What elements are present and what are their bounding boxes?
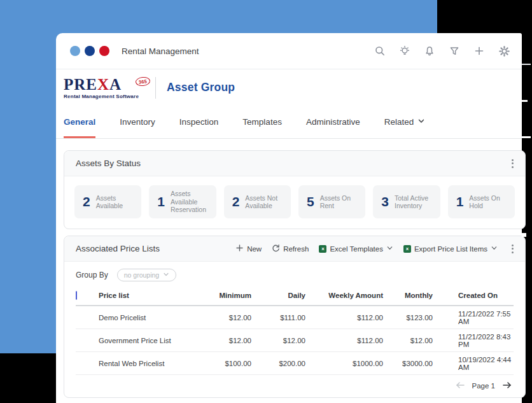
page-indicator: Page 1 — [472, 382, 495, 390]
excel-icon: x — [319, 245, 326, 253]
page-title: Asset Group — [167, 81, 235, 94]
assets-by-status-title: Assets By Status — [76, 159, 141, 168]
tab-inventory[interactable]: Inventory — [120, 106, 155, 138]
title-divider — [155, 77, 156, 99]
tab-templates[interactable]: Templates — [242, 106, 282, 138]
tile-assets-available[interactable]: 2Assets Available — [74, 185, 141, 218]
logo-tagline: Rental Management Software — [64, 94, 149, 99]
back-sheet-edge — [522, 64, 531, 65]
window-control-dot-red[interactable] — [99, 46, 109, 56]
excel-templates-button[interactable]: x Excel Templates — [319, 244, 393, 253]
price-lists-card: Associated Price Lists New Refresh x Exc… — [64, 236, 526, 398]
column-header-minimum[interactable]: Minimum — [200, 292, 251, 299]
tile-total-active-inventory[interactable]: 3Total Active Inventory — [373, 185, 440, 218]
tab-related[interactable]: Related — [384, 106, 426, 138]
settings-icon[interactable] — [498, 45, 510, 57]
app-window: Rental Management PREXA 365 Rental Manag… — [56, 33, 522, 403]
price-lists-table: Price list Minimum Daily Weekly Amount M… — [76, 286, 514, 375]
select-all-checkbox[interactable] — [76, 291, 77, 300]
add-icon[interactable] — [473, 45, 485, 57]
tile-assets-on-rent[interactable]: 5Assets On Rent — [298, 185, 365, 218]
previous-page-icon[interactable] — [455, 381, 465, 390]
refresh-icon — [272, 244, 280, 253]
group-by-row: Group By no grouping — [64, 262, 525, 285]
table-row[interactable]: Demo Pricelist $12.00 $111.00 $112.00 $1… — [76, 306, 514, 329]
chevron-down-icon — [417, 117, 425, 127]
column-header-created-on[interactable]: Created On — [433, 292, 514, 299]
window-control-dot-navy[interactable] — [85, 46, 95, 56]
tab-general[interactable]: General — [64, 106, 95, 138]
brand-bar: PREXA 365 Rental Management Software Ass… — [56, 69, 522, 106]
status-tiles: 2Assets Available 1Assets Available Rese… — [64, 176, 525, 227]
excel-icon: x — [403, 245, 411, 253]
assets-by-status-header: Assets By Status — [64, 151, 525, 176]
card-menu-icon[interactable] — [509, 157, 516, 171]
back-sheet-edge — [522, 233, 526, 237]
column-header-monthly[interactable]: Monthly — [383, 292, 433, 299]
tab-inspection[interactable]: Inspection — [179, 106, 219, 138]
group-by-label: Group By — [76, 271, 108, 279]
window-titlebar: Rental Management — [56, 33, 522, 69]
chevron-down-icon — [386, 244, 393, 253]
prexa-logo[interactable]: PREXA 365 Rental Management Software — [64, 76, 149, 99]
refresh-button[interactable]: Refresh — [272, 244, 309, 253]
chevron-down-icon — [491, 244, 498, 253]
tile-assets-on-hold[interactable]: 1Assets On Hold — [448, 185, 515, 218]
next-page-icon[interactable] — [502, 381, 512, 390]
window-title: Rental Management — [122, 46, 199, 56]
table-row[interactable]: Rental Web Pricelist $100.00 $200.00 $10… — [76, 352, 514, 375]
assets-by-status-card: Assets By Status 2Assets Available 1Asse… — [64, 150, 526, 229]
tab-bar: General Inventory Inspection Templates A… — [56, 106, 522, 139]
chevron-down-icon — [163, 271, 169, 279]
table-header-row: Price list Minimum Daily Weekly Amount M… — [76, 286, 514, 306]
price-lists-header: Associated Price Lists New Refresh x Exc… — [64, 236, 525, 262]
plus-icon — [235, 244, 244, 253]
filter-icon[interactable] — [449, 45, 460, 57]
idea-icon[interactable] — [399, 45, 410, 57]
price-lists-toolbar: New Refresh x Excel Templates x Export P… — [235, 242, 516, 256]
column-header-price-list[interactable]: Price list — [99, 292, 200, 299]
tile-assets-available-reservation[interactable]: 1Assets Available Reservation — [149, 185, 216, 218]
back-sheet-edge — [522, 100, 528, 102]
table-row[interactable]: Government Price List $12.00 $12.00 $112… — [76, 329, 514, 352]
new-button[interactable]: New — [235, 244, 262, 253]
card-menu-icon[interactable] — [509, 242, 516, 256]
price-lists-title: Associated Price Lists — [76, 244, 160, 253]
column-header-weekly-amount[interactable]: Weekly Amount — [305, 292, 383, 299]
search-icon[interactable] — [374, 45, 386, 57]
export-price-list-items-button[interactable]: x Export Price List Items — [403, 244, 498, 253]
notifications-icon[interactable] — [424, 45, 435, 57]
window-controls — [70, 46, 109, 56]
tab-administrative[interactable]: Administrative — [306, 106, 360, 138]
pagination: Page 1 — [64, 375, 525, 397]
column-header-daily[interactable]: Daily — [251, 292, 305, 299]
tile-assets-not-available[interactable]: 2Assets Not Available — [224, 185, 291, 218]
back-sheet-edge — [522, 136, 531, 138]
group-by-select[interactable]: no grouping — [117, 269, 176, 281]
window-control-dot-blue[interactable] — [70, 46, 80, 56]
